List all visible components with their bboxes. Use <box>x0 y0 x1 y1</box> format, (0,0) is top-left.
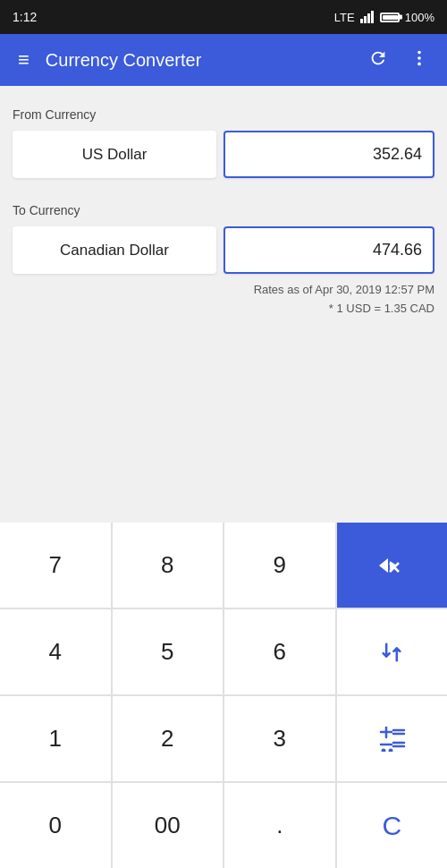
key-clear[interactable]: C <box>337 783 448 868</box>
key-swap[interactable] <box>337 609 448 694</box>
svg-rect-2 <box>367 13 370 23</box>
rates-line1: Rates as of Apr 30, 2019 12:57 PM <box>13 281 434 300</box>
to-currency-name-button[interactable]: Canadian Dollar <box>13 226 216 274</box>
keypad: 7 8 9 4 5 6 1 2 3 0 00 . <box>0 523 447 868</box>
to-currency-value: 474.66 <box>224 226 434 274</box>
from-currency-label: From Currency <box>13 107 434 122</box>
from-currency-value: 352.64 <box>224 131 434 178</box>
backspace-icon <box>377 555 406 576</box>
main-content: From Currency US Dollar 352.64 To Curren… <box>0 86 447 514</box>
svg-rect-3 <box>371 11 374 23</box>
more-options-button[interactable] <box>401 41 438 80</box>
key-7[interactable]: 7 <box>0 523 111 608</box>
key-1[interactable]: 1 <box>0 696 111 781</box>
svg-point-5 <box>417 56 421 60</box>
svg-point-17 <box>389 748 393 752</box>
key-00[interactable]: 00 <box>113 783 224 868</box>
key-6[interactable]: 6 <box>224 609 335 694</box>
from-currency-section: From Currency US Dollar 352.64 <box>13 107 434 178</box>
network-indicator: LTE <box>334 11 355 24</box>
menu-icon[interactable]: ≡ <box>9 41 38 79</box>
svg-rect-1 <box>364 16 367 23</box>
battery-icon <box>380 13 400 22</box>
key-decimal[interactable]: . <box>224 783 335 868</box>
more-icon <box>409 48 429 68</box>
status-bar: 1:12 LTE 100% <box>0 0 447 34</box>
status-right: LTE 100% <box>334 11 434 24</box>
key-8[interactable]: 8 <box>113 523 224 608</box>
key-2[interactable]: 2 <box>113 696 224 781</box>
svg-rect-0 <box>360 19 363 23</box>
refresh-button[interactable] <box>359 41 397 80</box>
key-operations[interactable] <box>337 696 448 781</box>
rates-line2: * 1 USD = 1.35 CAD <box>13 300 434 319</box>
toolbar: ≡ Currency Converter <box>0 34 447 86</box>
svg-point-16 <box>382 748 386 752</box>
toolbar-actions <box>359 41 438 80</box>
to-currency-label: To Currency <box>13 203 434 217</box>
key-9[interactable]: 9 <box>224 523 335 608</box>
key-5[interactable]: 5 <box>113 609 224 694</box>
key-0[interactable]: 0 <box>0 783 111 868</box>
battery-percent: 100% <box>405 11 434 24</box>
svg-point-4 <box>417 50 421 54</box>
app-title: Currency Converter <box>38 50 359 71</box>
rates-info: Rates as of Apr 30, 2019 12:57 PM * 1 US… <box>13 281 434 319</box>
key-4[interactable]: 4 <box>0 609 111 694</box>
key-backspace[interactable] <box>337 523 448 608</box>
operations-icon <box>377 727 406 752</box>
to-currency-section: To Currency Canadian Dollar 474.66 Rates… <box>13 203 434 319</box>
swap-icon <box>379 640 404 665</box>
from-currency-row: US Dollar 352.64 <box>13 131 434 178</box>
signal-icon <box>360 11 375 23</box>
to-currency-row: Canadian Dollar 474.66 <box>13 226 434 274</box>
refresh-icon <box>368 48 388 68</box>
status-time: 1:12 <box>13 10 37 24</box>
key-3[interactable]: 3 <box>224 696 335 781</box>
svg-point-6 <box>417 62 421 65</box>
from-currency-name-button[interactable]: US Dollar <box>13 131 216 178</box>
